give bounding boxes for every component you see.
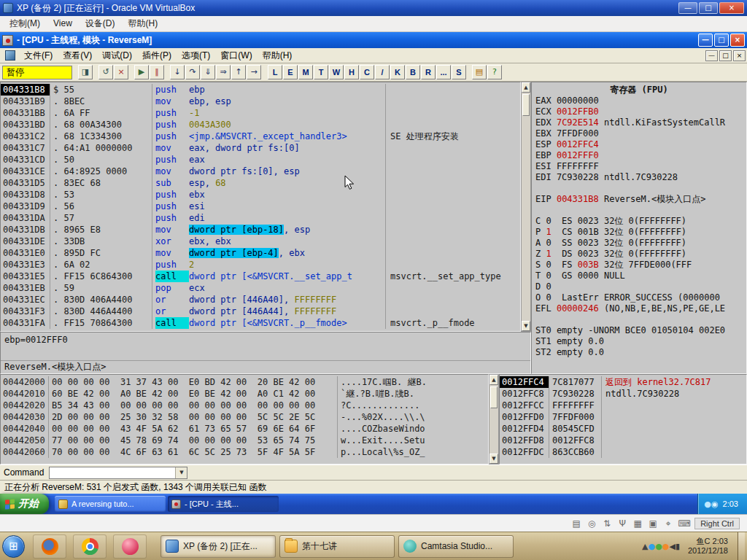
register-line[interactable]: Z 1 DS 0023 32位 0(FFFFFFFF)	[532, 249, 746, 260]
scroll-down-icon[interactable]	[489, 454, 498, 464]
cd-icon[interactable]: ◎	[586, 518, 597, 529]
disasm-row[interactable]: 004331C7. 64:A1 0000000moveax, dword ptr…	[1, 142, 520, 154]
antivirus-tray-icon[interactable]: ●	[704, 499, 711, 509]
security-tray-icon[interactable]: ●	[655, 542, 662, 551]
disasm-row[interactable]: 004331E0. 895D FCmovdword ptr [ebp-4], e…	[1, 247, 520, 259]
register-line[interactable]: EBP 0012FFF0	[532, 150, 746, 161]
stack-row[interactable]: 0012FFDC863CCB60	[500, 446, 746, 458]
window-button-7[interactable]: /	[375, 65, 390, 79]
olly-maximize-button[interactable]: □	[714, 34, 729, 47]
vbox-menu-item-3[interactable]: 帮助(H)	[121, 17, 164, 30]
display-icon[interactable]: ▣	[647, 518, 659, 529]
stack-row[interactable]: 0012FFC47C817077返回到 kernel32.7C817	[500, 376, 746, 388]
register-line[interactable]: C 0 ES 0023 32位 0(FFFFFFFF)	[532, 216, 746, 227]
host-taskbar-button-2[interactable]: Camtasia Studio...	[398, 535, 514, 558]
stack-pane[interactable]: 0012FFC47C817077返回到 kernel32.7C8170012FF…	[499, 374, 747, 464]
window-button-4[interactable]: W	[329, 65, 344, 79]
register-line[interactable]: EIP 004331B8 ReverseM.<模块入口点>	[532, 194, 746, 205]
dump-row[interactable]: 004420302D 00 00 00 25 30 32 58 00 00 00…	[1, 411, 488, 423]
disassembly-pane[interactable]: 004331B8$ 55pushebp004331B9. 8BECmovebp,…	[0, 82, 521, 332]
appearance-button[interactable]: ▤	[472, 65, 487, 79]
chrome-button[interactable]	[73, 534, 107, 559]
disasm-row[interactable]: 004331E3. 6A 02push2	[1, 259, 520, 271]
register-line[interactable]	[532, 183, 746, 194]
disasm-row[interactable]: 004331D5. 83EC 68subesp, 68	[1, 177, 520, 189]
cpu-window-icon[interactable]	[5, 50, 15, 61]
scroll-thumb[interactable]	[490, 386, 498, 408]
network-icon[interactable]: ⇅	[601, 518, 613, 529]
goto-address-button[interactable]: →	[247, 65, 261, 79]
cpu-close-button[interactable]: ×	[733, 50, 746, 61]
register-line[interactable]: EAX 00000000	[532, 96, 746, 106]
disassembly-scrollbar[interactable]	[521, 82, 531, 332]
register-line[interactable]: EDX 7C92E514 ntdll.KiFastSystemCallR	[532, 117, 746, 128]
usb-icon[interactable]: Ψ	[616, 518, 628, 529]
stack-row[interactable]: 0012FFCCFFFFFFFF	[500, 400, 746, 411]
olly-menu-item-2[interactable]: 调试(D)	[97, 48, 137, 63]
host-taskbar-button-0[interactable]: XP (备份 2) [正在...	[160, 535, 276, 558]
olly-menu-item-5[interactable]: 窗口(W)	[215, 48, 257, 63]
dump-row[interactable]: 0044206070 00 00 00 4C 6F 63 61 6C 5C 25…	[1, 446, 488, 458]
register-line[interactable]: A 0 SS 0023 32位 0(FFFFFFFF)	[532, 238, 746, 249]
stack-row[interactable]: 0012FFD80012FFC8	[500, 435, 746, 446]
olly-menu-item-4[interactable]: 选项(T)	[177, 48, 215, 63]
window-button-5[interactable]: H	[344, 65, 359, 79]
shared-folder-icon[interactable]: ▦	[632, 518, 643, 529]
mouse-integration-icon[interactable]: ⌖	[662, 518, 674, 529]
olly-menu-item-6[interactable]: 帮助(H)	[258, 48, 298, 63]
register-line[interactable]: ST0 empty -UNORM BCE0 01050104 002E0	[532, 325, 746, 336]
host-start-button[interactable]	[2, 535, 25, 558]
start-button[interactable]: 开始	[0, 494, 49, 514]
window-button-1[interactable]: E	[283, 65, 298, 79]
stack-row[interactable]: 0012FFD480545CFD	[500, 423, 746, 435]
hidden-icons-button[interactable]: ▲	[642, 542, 648, 551]
registers-pane[interactable]: 寄存器 (FPU) EAX 00000000ECX 0012FFB0EDX 7C…	[531, 82, 747, 374]
dump-row[interactable]: 0044205077 00 00 00 45 78 69 74 00 00 00…	[1, 435, 488, 446]
cpu-restore-button[interactable]: □	[719, 50, 732, 61]
register-line[interactable]: ST2 empty 0.0	[532, 347, 746, 358]
olly-menu-item-0[interactable]: 文件(F)	[19, 48, 58, 63]
stack-row[interactable]: 0012FFC87C930228ntdll.7C930228	[500, 388, 746, 400]
show-desktop-button[interactable]	[738, 532, 745, 560]
disasm-row[interactable]: 004331CD. 50pusheax	[1, 154, 520, 166]
disasm-row[interactable]: 004331E5. FF15 6C864300calldword ptr [<&…	[1, 271, 520, 282]
animate-into-button[interactable]: ⇓	[201, 65, 215, 79]
register-line[interactable]	[532, 314, 746, 325]
disasm-row[interactable]: 004331DB. 8965 E8movdword ptr [ebp-18], …	[1, 224, 520, 236]
command-input[interactable]	[50, 467, 175, 478]
animate-over-button[interactable]: ⇒	[216, 65, 231, 79]
register-line[interactable]: ST1 empty 0.0	[532, 336, 746, 347]
window-button-12[interactable]: S	[452, 65, 466, 79]
vbox-close-button[interactable]: ×	[719, 2, 744, 14]
dump-row[interactable]: 0044204000 00 00 00 43 4F 5A 62 61 73 65…	[1, 423, 488, 435]
disasm-row[interactable]: 004331BD. 68 00A34300push0043A300	[1, 119, 520, 131]
vbox-menu-item-1[interactable]: View	[47, 17, 79, 30]
disasm-row[interactable]: 004331D9. 56pushesi	[1, 201, 520, 212]
register-line[interactable]: ESI FFFFFFFF	[532, 161, 746, 172]
dump-row[interactable]: 00442020B5 34 43 00 00 00 00 00 00 00 00…	[1, 400, 488, 411]
disasm-row[interactable]: 004331DE. 33DBxorebx, ebx	[1, 236, 520, 247]
disasm-row[interactable]: 004331CE. 64:8925 0000movdword ptr fs:[0…	[1, 166, 520, 177]
dump-scrollbar[interactable]	[489, 374, 499, 464]
disasm-row[interactable]: 004331F3. 830D 446A4400ordword ptr [446A…	[1, 306, 520, 317]
close-program-button[interactable]: ×	[114, 65, 128, 79]
register-line[interactable]: T 0 GS 0000 NULL	[532, 271, 746, 281]
register-line[interactable]: S 0 FS 003B 32位 7FFDE000(FFF	[532, 260, 746, 271]
disasm-row[interactable]: 004331C2. 68 1C334300push<jmp.&MSVCRT._e…	[1, 131, 520, 142]
taskbar-button-1[interactable]: - [CPU - 主线...	[168, 496, 279, 512]
register-line[interactable]: O 0 LastErr ERROR_SUCCESS (0000000	[532, 292, 746, 303]
dump-row[interactable]: 0044201060 BE 42 00 A0 BE 42 00 E0 BE 42…	[1, 388, 488, 400]
register-line[interactable]	[532, 205, 746, 216]
stack-row[interactable]: 0012FFD07FFDF000	[500, 411, 746, 423]
command-combobox[interactable]	[49, 467, 187, 479]
qq-tray-icon[interactable]: ●	[649, 542, 656, 551]
disasm-row[interactable]: 004331B8$ 55pushebp	[1, 84, 520, 96]
register-line[interactable]: EFL 00000246 (NO,NB,E,BE,NS,PE,GE,LE	[532, 303, 746, 314]
olly-menu-item-3[interactable]: 插件(P)	[137, 48, 177, 63]
olly-menu-item-1[interactable]: 查看(V)	[58, 48, 97, 63]
vbox-minimize-button[interactable]: —	[678, 2, 697, 14]
olly-close-button[interactable]: ×	[730, 34, 745, 47]
vbox-maximize-button[interactable]: □	[699, 2, 718, 14]
dump-row[interactable]: 0044200000 00 00 00 31 37 43 00 E0 BD 42…	[1, 376, 488, 388]
pause-button[interactable]: ‖	[150, 65, 164, 79]
